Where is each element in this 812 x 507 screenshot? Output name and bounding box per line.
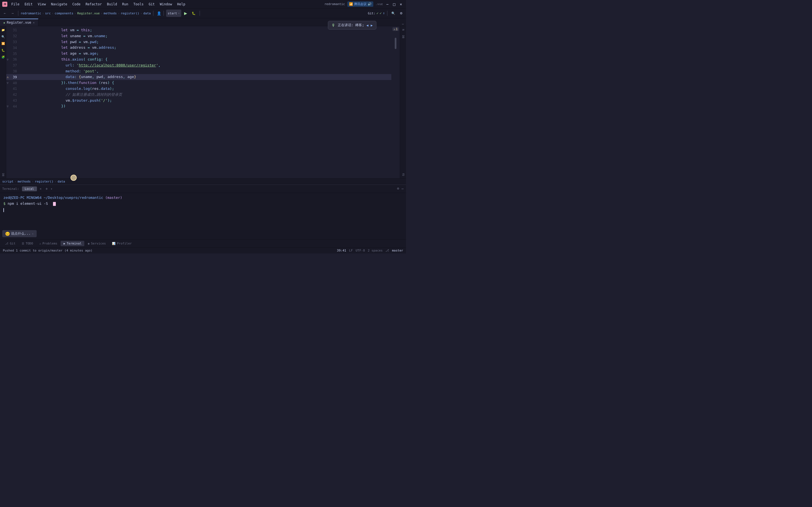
- menu-refactor[interactable]: Refactor: [83, 2, 104, 7]
- terminal-content[interactable]: zed@ZED-PC MINGW64 ~/Desktop/vuepro/redr…: [0, 193, 406, 239]
- git-label: Git:: [368, 11, 375, 15]
- terminal-tab-local[interactable]: Local: [22, 186, 37, 191]
- vcs-icon: ⎇: [386, 249, 389, 252]
- line-num-37: 37: [6, 63, 20, 67]
- line-num-42: 42: [6, 93, 20, 97]
- meeting-next-icon[interactable]: ▶: [371, 23, 373, 27]
- terminal-dropdown-button[interactable]: ▾: [51, 187, 52, 190]
- terminal-minimize-icon[interactable]: −: [402, 186, 404, 191]
- menu-file[interactable]: File: [9, 2, 22, 7]
- left-sidebar-icon-3[interactable]: 🔀: [1, 41, 6, 46]
- bc-bottom-1[interactable]: script: [2, 180, 13, 183]
- run-config-label: start: [168, 11, 177, 15]
- debug-button[interactable]: 🐛: [190, 10, 197, 17]
- toolbar-breadcrumb-7[interactable]: data: [143, 11, 151, 15]
- project-name: redromantic: [324, 2, 345, 6]
- maximize-button[interactable]: □: [391, 1, 397, 7]
- left-sidebar-icon-4[interactable]: 🐛: [1, 48, 6, 53]
- menu-run[interactable]: Run: [120, 2, 131, 7]
- toolbar-breadcrumb-2[interactable]: src: [45, 11, 51, 15]
- charset[interactable]: UTF-8: [356, 249, 365, 252]
- toolbar-breadcrumb-4[interactable]: Register.vue: [77, 11, 100, 15]
- menu-build[interactable]: Build: [105, 2, 119, 7]
- titlebar-filename: .vue: [375, 2, 383, 6]
- main-toolbar: ← → redromantic › src › components › Reg…: [0, 8, 406, 18]
- toolbar-breadcrumb-6[interactable]: register(): [121, 11, 139, 15]
- fold-icon-36[interactable]: ▽: [7, 58, 8, 61]
- menu-view[interactable]: View: [36, 2, 48, 7]
- line-num-39: ⚠ 39: [6, 75, 20, 79]
- toolbar-breadcrumb-5[interactable]: methods: [104, 11, 117, 15]
- terminal-settings-icon[interactable]: ⚙: [397, 186, 399, 191]
- say-something-label[interactable]: 说点什么...: [11, 231, 31, 236]
- line-ending[interactable]: LF: [349, 249, 353, 252]
- git-push-icon[interactable]: ↑: [383, 11, 385, 15]
- bottom-tab-terminal[interactable]: ▶ Terminal: [61, 241, 84, 246]
- git-icon: ⎇: [5, 242, 8, 245]
- indent-setting[interactable]: 2 spaces: [368, 249, 383, 252]
- problems-icon: ⚠: [39, 242, 41, 245]
- left-sidebar-icon-5[interactable]: 🧩: [1, 54, 6, 59]
- line-num-43: 43: [6, 99, 20, 103]
- cursor-position[interactable]: 39:41: [337, 249, 346, 252]
- menu-help[interactable]: Help: [175, 2, 188, 7]
- toolbar-sep-5: [387, 11, 388, 16]
- fold-icon-40[interactable]: ▽: [7, 81, 8, 84]
- bc-bottom-2[interactable]: methods: [17, 180, 31, 183]
- menu-window[interactable]: Window: [158, 2, 174, 7]
- collapse-icon[interactable]: ‹: [32, 232, 34, 236]
- bottom-tab-profiler[interactable]: 📊 Profiler: [109, 241, 135, 246]
- left-sidebar: 📁 🔍 🔀 🐛 🧩 DB: [0, 26, 6, 178]
- run-button[interactable]: ▶: [183, 10, 189, 17]
- left-sidebar-icon-1[interactable]: 📁: [1, 27, 6, 33]
- git-branch[interactable]: master: [392, 249, 403, 252]
- minimize-button[interactable]: −: [385, 1, 390, 7]
- bottom-tab-problems[interactable]: ⚠ Problems: [36, 241, 60, 246]
- commit-message: Pushed 1 commit to origin/master (4 minu…: [3, 249, 93, 252]
- user-icon[interactable]: 👤: [157, 11, 161, 15]
- tab-label: Register.vue: [7, 20, 31, 24]
- code-area: 📁 🔍 🔀 🐛 🧩 DB 31 let vm = this;: [0, 26, 406, 178]
- notifications-icon[interactable]: N: [401, 27, 406, 33]
- terminal-add-button[interactable]: +: [44, 186, 49, 191]
- terminal-close-icon[interactable]: ×: [39, 187, 43, 191]
- code-editor[interactable]: 31 let vm = this; 32 let uname = vm.unam…: [6, 26, 391, 178]
- left-sidebar-icon-db[interactable]: DB: [1, 172, 6, 177]
- right-sidebar-bottom-icon[interactable]: FD: [401, 172, 406, 177]
- meeting-prev-icon[interactable]: ◀: [366, 23, 368, 27]
- services-tab-label: Services: [91, 242, 106, 245]
- menu-git[interactable]: Git: [146, 2, 157, 7]
- run-config-dropdown[interactable]: start ▾: [166, 10, 182, 17]
- database-icon[interactable]: DB: [401, 34, 406, 39]
- tab-register-vue[interactable]: ◈ Register.vue ×: [0, 18, 38, 26]
- bottom-tab-git[interactable]: ⎇ Git: [2, 241, 18, 246]
- toolbar-breadcrumb-1[interactable]: redromantic: [20, 11, 41, 15]
- menu-navigate[interactable]: Navigate: [49, 2, 70, 7]
- git-check2-icon[interactable]: ✓: [380, 11, 382, 15]
- nav-back-button[interactable]: ←: [2, 10, 8, 17]
- search-button[interactable]: 🔍: [390, 10, 397, 17]
- menu-tools[interactable]: Tools: [131, 2, 146, 7]
- line-text-44: }): [20, 98, 66, 115]
- terminal-new-line: [3, 207, 403, 213]
- nav-forward-button[interactable]: →: [9, 10, 16, 17]
- scroll-thumb[interactable]: [395, 38, 396, 49]
- settings-button[interactable]: ⚙: [398, 10, 404, 17]
- menu-code[interactable]: Code: [70, 2, 83, 7]
- toolbar-breadcrumb-3[interactable]: components: [55, 11, 73, 15]
- fold-icon-44[interactable]: ▽: [7, 105, 8, 108]
- user-area: 👤: [157, 11, 161, 15]
- terminal-command-line: $ npm i element-ui -S: [3, 201, 403, 207]
- bottom-tab-services[interactable]: ◉ Services: [85, 241, 109, 246]
- menu-edit[interactable]: Edit: [22, 2, 35, 7]
- menu-bar: File Edit View Navigate Code Refactor Bu…: [9, 2, 323, 7]
- tencent-meeting-indicator[interactable]: 📶 腾讯会议 🔊: [347, 1, 373, 7]
- tab-close-button[interactable]: ×: [33, 21, 35, 24]
- close-button[interactable]: ×: [398, 1, 404, 7]
- bc-bottom-4[interactable]: data: [57, 180, 65, 183]
- git-check-icon[interactable]: ✓: [376, 11, 378, 15]
- more-tabs-icon[interactable]: ⋯: [402, 22, 404, 26]
- bottom-tab-todo[interactable]: ☰ TODO: [19, 241, 36, 246]
- bc-bottom-3[interactable]: register(): [35, 180, 53, 183]
- left-sidebar-icon-2[interactable]: 🔍: [1, 34, 6, 39]
